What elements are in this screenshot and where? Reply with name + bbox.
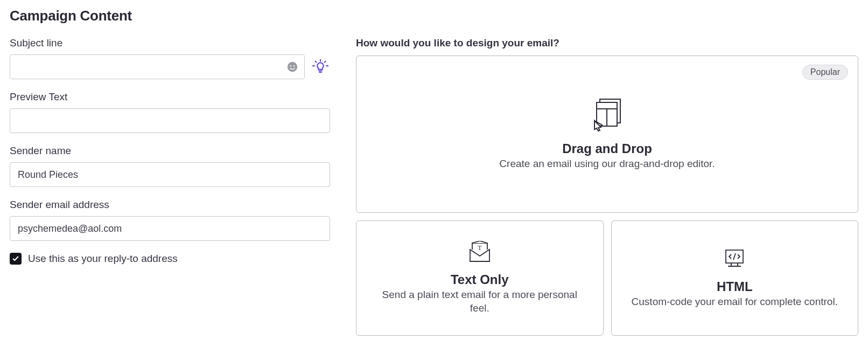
card-title: HTML [717, 279, 753, 294]
card-desc: Send a plain text email for a more perso… [372, 288, 588, 315]
design-option-text-only[interactable]: T Text Only Send a plain text email for … [356, 220, 604, 336]
card-desc: Custom-code your email for complete cont… [632, 295, 838, 309]
svg-point-1 [290, 65, 292, 67]
sender-name-input[interactable] [10, 162, 330, 187]
subject-line-input[interactable] [10, 54, 305, 79]
design-column: How would you like to design your email?… [356, 37, 858, 336]
text-only-icon: T [468, 241, 492, 265]
sender-email-label: Sender email address [10, 199, 330, 211]
sender-name-label: Sender name [10, 145, 330, 157]
subject-line-label: Subject line [10, 37, 330, 49]
svg-text:T: T [478, 244, 482, 252]
sender-email-input[interactable] [10, 216, 330, 241]
page-title: Campaign Content [10, 8, 858, 24]
popular-badge: Popular [802, 65, 848, 80]
form-column: Subject line Preview Text [10, 37, 330, 265]
svg-point-0 [288, 62, 297, 72]
design-heading: How would you like to design your email? [356, 37, 858, 49]
design-option-drag-and-drop[interactable]: Popular Drag and Drop Create an email us… [356, 56, 858, 213]
card-desc: Create an email using our drag-and-drop … [499, 157, 715, 171]
preview-text-input[interactable] [10, 108, 330, 133]
reply-to-checkbox-label: Use this as your reply-to address [28, 253, 178, 265]
emoji-icon[interactable] [286, 61, 298, 73]
html-icon [723, 248, 746, 272]
design-option-html[interactable]: HTML Custom-code your email for complete… [611, 220, 859, 336]
card-title: Text Only [451, 272, 509, 287]
lightbulb-icon[interactable] [312, 59, 328, 75]
card-title: Drag and Drop [562, 141, 652, 156]
preview-text-label: Preview Text [10, 91, 330, 103]
svg-point-2 [293, 65, 295, 67]
drag-drop-icon [592, 98, 622, 134]
reply-to-checkbox[interactable] [10, 253, 22, 265]
